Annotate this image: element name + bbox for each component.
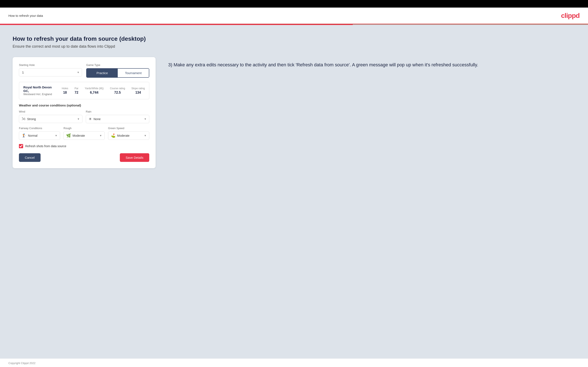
page-heading: How to refresh your data from source (de… xyxy=(13,35,575,42)
page-subheading: Ensure the correct and most up to date d… xyxy=(13,44,575,49)
content-row: Starting Hole 1 10 ▼ Game Type Practice … xyxy=(13,57,575,168)
refresh-checkbox-label: Refresh shots from data source xyxy=(25,144,66,148)
starting-hole-group: Starting Hole 1 10 ▼ xyxy=(19,63,82,78)
holes-stat: Holes 18 xyxy=(62,87,68,94)
fairway-caret-icon: ▼ xyxy=(55,134,57,137)
rain-select[interactable]: ☀ None ▼ xyxy=(86,115,149,123)
green-speed-value: Moderate xyxy=(117,134,142,137)
form-actions: Cancel Save Details xyxy=(19,153,149,162)
green-speed-group: Green Speed ⛳ Moderate ▼ xyxy=(108,127,149,140)
course-rating-value: 72.5 xyxy=(110,91,125,94)
holes-value: 18 xyxy=(62,91,68,94)
rain-icon: ☀ xyxy=(88,117,92,121)
starting-hole-select[interactable]: 1 10 xyxy=(19,68,82,76)
rough-label: Rough xyxy=(63,127,105,130)
par-stat: Par 72 xyxy=(74,87,78,94)
yards-value: 6,744 xyxy=(85,91,104,94)
course-rating-stat: Course rating 72.5 xyxy=(110,87,125,94)
logo: clippd xyxy=(561,12,579,19)
slope-rating-stat: Slope rating 134 xyxy=(131,87,145,94)
wind-caret-icon: ▼ xyxy=(77,117,80,121)
rough-group: Rough 🌿 Moderate ▼ xyxy=(63,127,105,140)
slope-rating-value: 134 xyxy=(131,91,145,94)
footer: Copyright Clippd 2022 xyxy=(0,359,588,367)
rough-value: Moderate xyxy=(72,134,98,137)
practice-button[interactable]: Practice xyxy=(86,69,118,77)
checkbox-row: Refresh shots from data source xyxy=(19,144,149,148)
green-speed-select[interactable]: ⛳ Moderate ▼ xyxy=(108,131,149,140)
rain-caret-icon: ▼ xyxy=(144,117,147,121)
fairway-value: Normal xyxy=(28,134,53,137)
course-location: Westward Ho!, England xyxy=(23,92,55,96)
rough-icon: 🌿 xyxy=(66,133,71,138)
starting-hole-row: Starting Hole 1 10 ▼ Game Type Practice … xyxy=(19,63,149,78)
wind-rain-row: Wind 🌬 Strong ▼ Rain ☀ None ▼ xyxy=(19,110,149,123)
side-text: 3) Make any extra edits necessary to the… xyxy=(168,61,575,68)
wind-label: Wind xyxy=(19,110,82,113)
wind-group: Wind 🌬 Strong ▼ xyxy=(19,110,82,123)
header: How to refresh your data clippd xyxy=(0,8,588,24)
green-speed-icon: ⛳ xyxy=(111,133,115,138)
weather-section-title: Weather and course conditions (optional) xyxy=(19,103,149,107)
header-title: How to refresh your data xyxy=(9,14,43,17)
starting-hole-select-wrapper: 1 10 ▼ xyxy=(19,68,82,76)
fairway-icon: 🏌 xyxy=(22,133,26,138)
course-rating-label: Course rating xyxy=(110,87,125,90)
wind-select[interactable]: 🌬 Strong ▼ xyxy=(19,115,82,123)
form-card: Starting Hole 1 10 ▼ Game Type Practice … xyxy=(13,57,156,168)
game-type-label: Game Type xyxy=(86,63,149,67)
game-type-group: Game Type Practice Tournament xyxy=(86,63,149,78)
rain-label: Rain xyxy=(86,110,149,113)
yards-stat: Yards/White (M)) 6,744 xyxy=(85,87,104,94)
rain-group: Rain ☀ None ▼ xyxy=(86,110,149,123)
wind-icon: 🌬 xyxy=(22,117,26,121)
save-button[interactable]: Save Details xyxy=(120,153,149,162)
holes-label: Holes xyxy=(62,87,68,90)
wind-value: Strong xyxy=(27,117,76,121)
starting-hole-label: Starting Hole xyxy=(19,63,82,67)
green-speed-caret-icon: ▼ xyxy=(144,134,147,137)
course-name: Royal North Devon GC, xyxy=(23,85,55,92)
fairway-select[interactable]: 🏌 Normal ▼ xyxy=(19,131,60,140)
tournament-button[interactable]: Tournament xyxy=(118,69,149,77)
green-speed-label: Green Speed xyxy=(108,127,149,130)
game-type-toggle: Practice Tournament xyxy=(86,68,149,78)
rough-select[interactable]: 🌿 Moderate ▼ xyxy=(63,131,105,140)
refresh-checkbox[interactable] xyxy=(19,144,23,148)
par-label: Par xyxy=(74,87,78,90)
rain-value: None xyxy=(94,117,142,121)
fairway-label: Fairway Conditions xyxy=(19,127,60,130)
course-name-block: Royal North Devon GC, Westward Ho!, Engl… xyxy=(23,85,55,96)
top-bar xyxy=(0,0,588,8)
copyright-text: Copyright Clippd 2022 xyxy=(9,362,35,365)
par-value: 72 xyxy=(74,91,78,94)
fairway-group: Fairway Conditions 🏌 Normal ▼ xyxy=(19,127,60,140)
cancel-button[interactable]: Cancel xyxy=(19,153,41,162)
main-content: How to refresh your data from source (de… xyxy=(0,25,588,359)
side-text-block: 3) Make any extra edits necessary to the… xyxy=(168,57,575,68)
conditions-row-2: Fairway Conditions 🏌 Normal ▼ Rough 🌿 Mo… xyxy=(19,127,149,140)
rough-caret-icon: ▼ xyxy=(99,134,102,137)
course-info-box: Royal North Devon GC, Westward Ho!, Engl… xyxy=(19,82,149,99)
yards-label: Yards/White (M)) xyxy=(85,87,104,90)
slope-rating-label: Slope rating xyxy=(131,87,145,90)
